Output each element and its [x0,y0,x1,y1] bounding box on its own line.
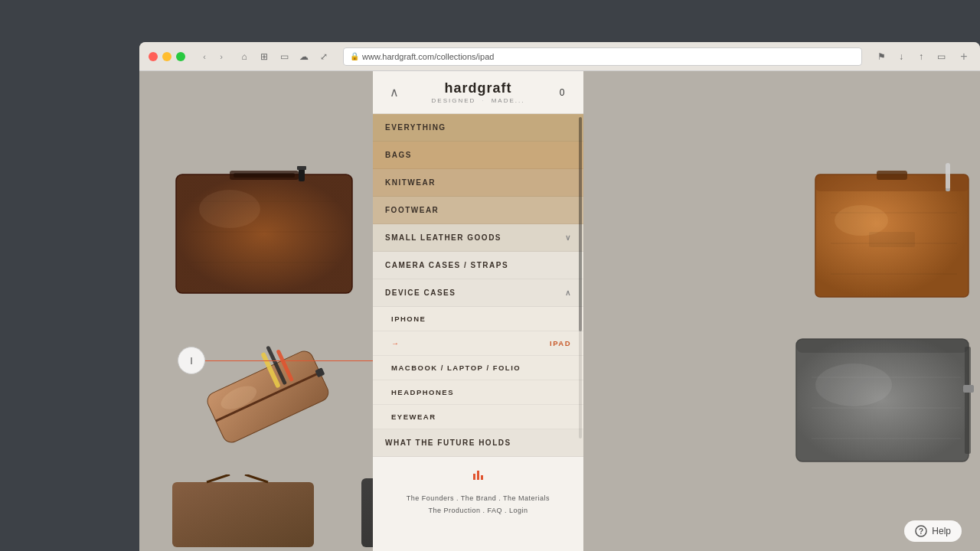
titlebar: ‹ › ⌂ ⊞ ▭ ☁ ⤢ 🔒 www.hardgraft.com/collec… [139,42,980,71]
menu-item-headphones-label: HEADPHONES [391,388,454,396]
menu-item-knitwear-label: KNITWEAR [385,178,436,187]
sidepanel-icon[interactable]: ▭ [934,50,948,64]
minimize-button[interactable] [162,52,172,61]
help-icon: ? [915,525,927,537]
svg-rect-21 [877,171,907,180]
menu-item-footwear-label: FOOTWEAR [385,206,439,214]
tagline-made: MADE... [492,97,525,104]
product-image-brown-sleeve [168,163,360,297]
menu-item-headphones[interactable]: HEADPHONES [373,380,583,405]
share-icon[interactable]: ↑ [914,50,928,64]
svg-rect-0 [176,174,352,293]
shield-icon[interactable]: ⚑ [874,50,888,64]
product-image-gray-sleeve [785,324,980,473]
menu-item-ipad[interactable]: → IPAD [373,331,583,356]
cart-count[interactable]: 0 [553,83,571,102]
menu-item-everything[interactable]: EVERYTHING [373,114,583,142]
close-button[interactable] [149,52,158,61]
browser-content: I → ∧ hardgraft DESIGNED · MADE... 0 [139,71,980,551]
scrollbar-thumb[interactable] [579,117,582,331]
tagline-designed: DESIGNED [432,97,476,104]
forward-button[interactable]: › [214,50,228,64]
svg-rect-32 [965,347,971,454]
menu-item-device-cases[interactable]: DEVICE CASES ∧ [373,279,583,307]
lock-icon: 🔒 [350,52,359,60]
back-button[interactable]: ‹ [198,50,211,64]
home-icon[interactable]: ⌂ [237,50,251,64]
address-bar[interactable]: 🔒 www.hardgraft.com/collections/ipad [343,47,862,66]
tagline-separator: · [482,97,485,104]
url-text: www.hardgraft.com/collections/ipad [362,52,494,61]
brand-name: hardgraft [403,80,553,96]
svg-line-39 [207,474,230,482]
scrollbar[interactable] [579,117,582,439]
logo-bars [472,471,485,486]
menu-item-device-label: DEVICE CASES [385,289,456,297]
svg-rect-3 [234,173,295,178]
menu-item-everything-label: EVERYTHING [385,123,446,132]
brand-tagline: DESIGNED · MADE... [403,97,553,104]
svg-point-37 [815,364,892,406]
download-icon[interactable]: ↓ [894,50,908,64]
menu-item-iphone[interactable]: IPHONE [373,307,583,331]
menu-item-footwear[interactable]: FOOTWEAR [373,197,583,224]
footer-logo-mark [472,471,485,486]
menu-item-camera-label: CAMERA CASES / STRAPS [385,261,508,269]
nav-buttons: ‹ › [198,50,228,64]
menu-item-eyewear[interactable]: EYEWEAR [373,405,583,429]
toolbar-icons: ⌂ ⊞ ▭ ☁ ⤢ [237,50,331,64]
svg-line-40 [245,474,268,482]
menu-item-future-label: WHAT THE FUTURE HOLDS [385,439,511,447]
menu-item-macbook-label: MACBOOK / LAPTOP / FOLIO [391,364,521,372]
menu-footer: The Founders . The Brand . The Materials… [373,457,583,526]
menu-item-iphone-label: IPHONE [391,315,426,323]
annotation-circle: I [178,347,205,374]
help-label: Help [932,526,951,536]
svg-rect-22 [946,163,950,190]
cloud-icon[interactable]: ☁ [297,50,311,64]
footer-links-line2: The Production . FAQ . Login [407,504,550,517]
menu-item-eyewear-label: EYEWEAR [391,412,436,421]
menu-header: ∧ hardgraft DESIGNED · MADE... 0 [373,71,583,114]
logo-bar-1 [473,474,475,480]
menu-item-knitwear[interactable]: KNITWEAR [373,169,583,197]
svg-rect-5 [297,166,306,170]
maximize-button[interactable] [176,52,185,61]
brand-logo: hardgraft DESIGNED · MADE... [403,80,553,104]
menu-close-button[interactable]: ∧ [385,83,403,102]
expand-icon[interactable]: ⤢ [317,50,331,64]
menu-item-macbook[interactable]: MACBOOK / LAPTOP / FOLIO [373,356,583,380]
svg-point-6 [199,190,260,228]
chevron-up-icon: ∧ [565,289,572,297]
menu-item-future[interactable]: WHAT THE FUTURE HOLDS [373,429,583,457]
svg-text:?: ? [919,527,923,536]
svg-rect-28 [869,232,915,247]
svg-rect-29 [796,339,969,461]
logo-bar-3 [481,475,483,480]
chevron-down-icon: ∨ [565,233,572,242]
footer-links: The Founders . The Brand . The Materials… [407,492,550,517]
svg-point-27 [835,205,888,236]
grid-icon[interactable]: ⊞ [257,50,271,64]
traffic-lights [149,52,185,61]
menu-items-list: EVERYTHING BAGS KNITWEAR FOOTWEAR SMALL … [373,114,583,457]
product-image-bottom-left [168,474,322,551]
active-arrow-icon: → [391,339,400,347]
svg-rect-38 [172,482,314,547]
menu-item-bags-label: BAGS [385,151,412,159]
product-image-tan-sleeve [804,159,980,308]
menu-item-small-leather-label: SMALL LEATHER GOODS [385,233,501,242]
footer-links-line1: The Founders . The Brand . The Materials [407,492,550,504]
menu-item-bags[interactable]: BAGS [373,142,583,169]
help-button[interactable]: ? Help [904,520,962,542]
tab-icon[interactable]: ▭ [277,50,291,64]
product-image-pen-case [181,331,358,469]
add-tab-button[interactable]: + [957,50,971,64]
menu-item-camera[interactable]: CAMERA CASES / STRAPS [373,252,583,279]
nav-menu: ∧ hardgraft DESIGNED · MADE... 0 EVERYTH… [373,71,583,551]
menu-item-small-leather[interactable]: SMALL LEATHER GOODS ∨ [373,224,583,252]
logo-bar-2 [477,471,479,480]
svg-rect-33 [963,385,974,393]
right-toolbar: ⚑ ↓ ↑ ▭ [874,50,948,64]
menu-item-ipad-label: IPAD [550,339,571,347]
